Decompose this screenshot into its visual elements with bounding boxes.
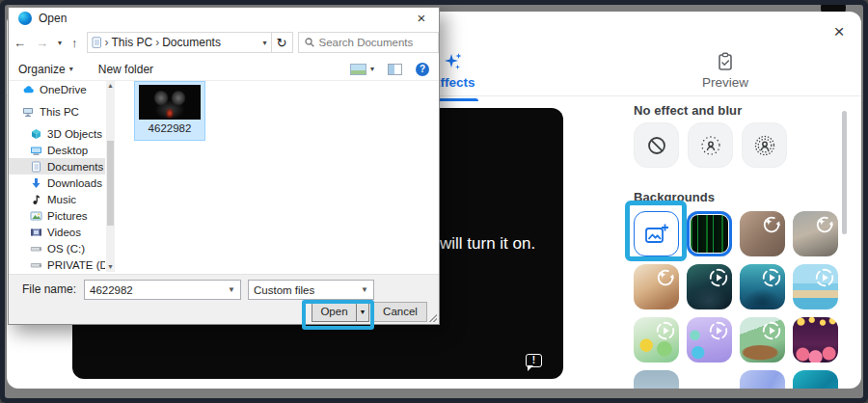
search-box[interactable] xyxy=(298,32,439,53)
new-folder-label: New folder xyxy=(98,63,153,76)
scroll-up-icon[interactable]: ▲ xyxy=(106,81,115,91)
back-icon[interactable]: ← xyxy=(9,36,31,50)
view-mode-button[interactable]: ▾ xyxy=(350,64,374,75)
background-clouds-purple[interactable] xyxy=(740,370,785,389)
background-beach-island[interactable] xyxy=(793,264,838,309)
background-spaceship[interactable] xyxy=(687,264,732,309)
sidebar-item-pictures[interactable]: Pictures xyxy=(9,207,105,224)
slight-blur-button[interactable] xyxy=(688,122,733,168)
close-icon[interactable]: × xyxy=(828,21,850,42)
cloud-icon xyxy=(22,84,35,95)
dialog-close-icon[interactable]: × xyxy=(412,10,431,27)
feedback-icon[interactable]: ! xyxy=(526,354,542,367)
dialog-titlebar[interactable]: Open xyxy=(9,8,439,29)
cancel-button[interactable]: Cancel xyxy=(373,302,427,322)
organize-button[interactable]: Organize ▾ xyxy=(18,63,73,76)
play-icon xyxy=(708,267,729,288)
play-icon xyxy=(761,267,782,288)
desktop-icon xyxy=(30,145,42,156)
background-warm-room[interactable] xyxy=(634,264,679,309)
help-icon[interactable]: ? xyxy=(416,63,429,76)
background-cartoon-kitchen[interactable] xyxy=(634,317,679,363)
sidebar-item-desktop[interactable]: Desktop xyxy=(9,142,105,158)
browser-window: × Effects xyxy=(0,0,868,403)
camera-off-message: will turn it on. xyxy=(440,234,535,254)
full-blur-button[interactable] xyxy=(742,122,787,168)
sidebar-item-downloads[interactable]: Downloads xyxy=(9,175,105,191)
scroll-down-icon[interactable]: ▼ xyxy=(106,262,115,272)
no-effect-and-blur-row xyxy=(634,122,787,168)
file-name-combobox[interactable]: 4622982 ▼ xyxy=(84,280,241,300)
background-purple-room[interactable] xyxy=(687,317,732,363)
background-upload-background[interactable] xyxy=(634,211,679,256)
open-button[interactable]: Open xyxy=(312,302,356,322)
sidebar-item-private-d-[interactable]: PRIVATE (D:) xyxy=(9,256,105,272)
note-icon xyxy=(30,194,42,205)
sidebar-item-music[interactable]: Music xyxy=(9,191,105,207)
up-icon[interactable]: ↑ xyxy=(67,36,83,50)
background-sky-cyan[interactable] xyxy=(687,370,732,389)
breadcrumb-segment[interactable]: This PC xyxy=(112,36,153,49)
breadcrumb[interactable]: ›This PC›Documents▾ xyxy=(87,32,272,53)
background-blurred-room[interactable] xyxy=(740,211,785,256)
sidebar-scroll-thumb[interactable] xyxy=(107,141,114,226)
search-input[interactable] xyxy=(319,37,425,48)
background-lantern-night[interactable] xyxy=(793,317,838,363)
background-cartoon-forest[interactable] xyxy=(740,317,785,363)
file-name-label: File name: xyxy=(22,282,76,296)
sidebar-item-videos[interactable]: Videos xyxy=(9,224,105,240)
clipboard-check-icon xyxy=(687,52,764,71)
background-sky-gray[interactable] xyxy=(634,370,679,389)
sidebar-item-label: Downloads xyxy=(47,177,102,189)
sidebar-item-label: Music xyxy=(47,194,76,205)
refresh-icon[interactable]: ↻ xyxy=(272,32,293,53)
pic-icon xyxy=(30,210,42,222)
background-matrix-code[interactable] xyxy=(687,211,732,256)
sidebar-item-label: 3D Objects xyxy=(47,128,102,140)
sidebar-scrollbar[interactable]: ▲ ▼ xyxy=(106,81,115,272)
section-no-effect-label: No effect and blur xyxy=(634,103,742,118)
doc-icon xyxy=(30,161,42,173)
preview-pane-icon[interactable] xyxy=(388,64,402,75)
open-file-dialog: Open × ← → ▾ ↑ ›This PC›Documents▾ ↻ xyxy=(8,7,440,325)
sidebar-item-os-c-[interactable]: OS (C:) xyxy=(9,240,105,256)
breadcrumb-segment[interactable]: Documents xyxy=(162,36,221,49)
open-split-arrow[interactable]: ▼ xyxy=(356,302,369,322)
no-effect-button[interactable] xyxy=(634,122,679,168)
backgrounds-grid xyxy=(634,211,839,389)
new-folder-button[interactable]: New folder xyxy=(98,63,153,76)
navigation-sidebar: OneDriveThis PC3D ObjectsDesktopDocument… xyxy=(9,81,105,272)
file-name-caption: 4622982 xyxy=(135,122,204,134)
resize-grip[interactable] xyxy=(429,314,437,322)
sidebar-item-label: Pictures xyxy=(47,210,88,222)
background-underwater[interactable] xyxy=(740,264,785,309)
file-name-value: 4622982 xyxy=(90,284,133,296)
background-rainy-window[interactable] xyxy=(793,211,838,256)
breadcrumb-separator: › xyxy=(155,36,159,49)
file-type-combobox[interactable]: Custom files ▼ xyxy=(248,280,374,300)
sidebar-item-documents[interactable]: Documents xyxy=(9,158,105,175)
sidebar-item-label: OS (C:) xyxy=(47,243,85,255)
background-teal-swirl[interactable] xyxy=(793,370,838,389)
view-mode-caret-icon: ▾ xyxy=(370,65,374,73)
forward-icon[interactable]: → xyxy=(31,36,53,50)
play-icon xyxy=(655,320,676,341)
sidebar-item-this-pc[interactable]: This PC xyxy=(9,103,105,120)
file-item-selected[interactable]: 4622982 xyxy=(134,81,205,141)
sidebar-item-onedrive[interactable]: OneDrive xyxy=(9,81,105,97)
tab-preview[interactable]: Preview xyxy=(687,52,764,90)
history-chevron-icon[interactable]: ▾ xyxy=(53,39,67,47)
ai-generate-icon xyxy=(761,214,782,235)
down-icon xyxy=(30,177,42,189)
ai-generate-icon xyxy=(814,214,835,235)
meet-page-background: × Effects xyxy=(5,5,863,398)
dialog-navbar: ← → ▾ ↑ ›This PC›Documents▾ ↻ xyxy=(9,31,439,54)
add-image-icon xyxy=(644,223,669,246)
effects-scrollbar[interactable] xyxy=(842,111,847,234)
organize-caret-icon: ▾ xyxy=(69,65,73,73)
ai-generate-icon xyxy=(655,267,676,288)
sidebar-item-label: This PC xyxy=(40,106,79,118)
breadcrumb-chevron-icon[interactable]: ▾ xyxy=(263,39,267,47)
organize-label: Organize xyxy=(18,63,66,76)
sidebar-item-3d-objects[interactable]: 3D Objects xyxy=(9,125,105,142)
